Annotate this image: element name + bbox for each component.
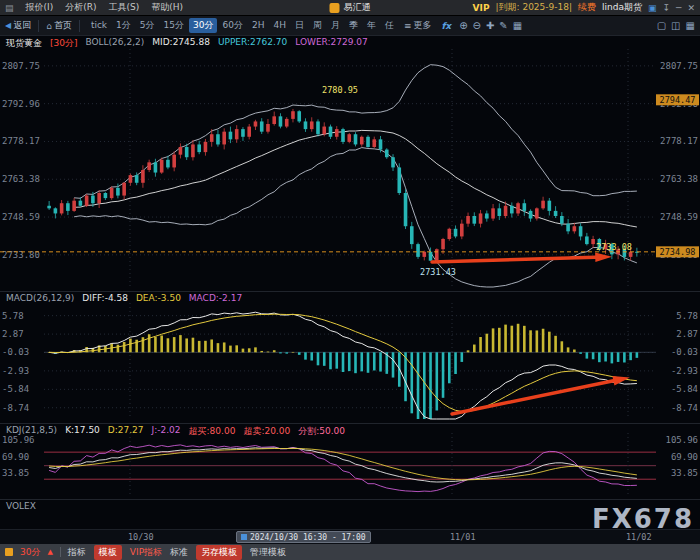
window-controls: ▣↧─✕ xyxy=(648,3,695,13)
svg-text:2748.59: 2748.59 xyxy=(2,212,40,222)
time-range-tooltip: 2024/10/30 16:30 - 17:00 xyxy=(236,531,371,543)
app-title-area: 易汇通 xyxy=(330,1,371,14)
time-label-10/30: 10/30 xyxy=(128,532,154,542)
account-name: linda期货 xyxy=(602,1,642,14)
timeframe-周[interactable]: 周 xyxy=(309,18,326,33)
timeframe-季[interactable]: 季 xyxy=(345,18,362,33)
candlesticks xyxy=(47,109,638,261)
svg-text:-2.93: -2.93 xyxy=(2,366,29,376)
macd-canvas[interactable]: 5.785.782.872.87-0.03-0.03-2.93-2.93-5.8… xyxy=(0,291,700,423)
indicator-grid-icon[interactable]: ▦ xyxy=(513,20,522,31)
grid-chart-layout-icon[interactable]: ▦ xyxy=(686,20,695,31)
back-arrow-icon: ◀ xyxy=(5,21,11,30)
svg-text:2792.96: 2792.96 xyxy=(2,99,40,109)
svg-text:69.90: 69.90 xyxy=(671,452,698,462)
chart-toolbar: ◀返回 ⌂首页 tick1分5分15分30分60分2H4H日周月季年任 ≡更多 … xyxy=(0,15,700,35)
draw-tools-icon[interactable]: ✎ xyxy=(499,20,507,31)
menu-lines-icon: ≡ xyxy=(404,21,412,31)
price-annotation: 2780.95 xyxy=(322,85,358,95)
svg-text:33.85: 33.85 xyxy=(2,468,29,478)
timeframe-4H[interactable]: 4H xyxy=(269,18,290,33)
kdj-canvas[interactable]: 105.96105.9669.9069.9033.8533.85 xyxy=(0,423,700,499)
svg-text:5.78: 5.78 xyxy=(2,311,24,321)
svg-text:-5.84: -5.84 xyxy=(2,384,29,394)
time-label-11/01: 11/01 xyxy=(450,532,476,542)
main-price-pane: 现货黄金 [30分] BOLL(26,2,2) MID:2745.88 UPPE… xyxy=(0,35,700,291)
statusbar-separator xyxy=(60,547,61,557)
svg-text:2778.17: 2778.17 xyxy=(660,136,698,146)
home-label: 首页 xyxy=(54,19,72,32)
fx-indicator-icon[interactable]: fx xyxy=(441,21,451,31)
timeframe-60分[interactable]: 60分 xyxy=(218,18,246,33)
vip-expiry-label: |到期: 2025-9-18| xyxy=(495,1,572,14)
svg-text:2763.38: 2763.38 xyxy=(2,174,40,184)
svg-text:2.87: 2.87 xyxy=(2,329,24,339)
status-bar: 30分 ▲ 指标模板VIP指标标准另存模板管理模板 xyxy=(0,544,700,560)
timeframe-月[interactable]: 月 xyxy=(327,18,344,33)
more-timeframes-button[interactable]: ≡更多 xyxy=(404,19,432,32)
svg-text:-5.84: -5.84 xyxy=(671,384,698,394)
statusbar-item-5[interactable]: 另存模板 xyxy=(196,545,242,560)
timeframe-1分[interactable]: 1分 xyxy=(112,18,135,33)
home-button[interactable]: ⌂首页 xyxy=(46,19,72,32)
svg-text:2748.59: 2748.59 xyxy=(660,212,698,222)
statusbar-item-1[interactable]: 指标 xyxy=(68,546,86,559)
close-icon[interactable]: ✕ xyxy=(687,3,695,13)
split-chart-layout-icon[interactable]: ◫ xyxy=(671,20,680,31)
market-panel-icon[interactable]: ▣ xyxy=(648,3,657,13)
macd-pane: MACD(26,12,9) DIFF:-4.58 DEA:-3.50 MACD:… xyxy=(0,291,700,423)
template-color-icon xyxy=(5,548,13,556)
zoom-out-icon[interactable]: ⊖ xyxy=(473,20,481,31)
timeframe-tick[interactable]: tick xyxy=(87,18,111,33)
timeframe-30分[interactable]: 30分 xyxy=(189,18,217,33)
statusbar-item-6[interactable]: 管理模板 xyxy=(250,546,286,559)
zoom-in-icon[interactable]: ⊕ xyxy=(459,20,467,31)
statusbar-item-2[interactable]: 模板 xyxy=(94,545,122,560)
menu-item-2[interactable]: 分析(R) xyxy=(65,1,96,14)
svg-text:-2.93: -2.93 xyxy=(671,366,698,376)
toolbar-separator xyxy=(79,20,80,32)
timeframe-任[interactable]: 任 xyxy=(381,18,398,33)
toolbar-separator xyxy=(38,20,39,32)
svg-text:5.78: 5.78 xyxy=(676,311,698,321)
menu-right-area: VIP |到期: 2025-9-18| 续费 linda期货 ▣↧─✕ xyxy=(473,1,695,14)
svg-text:-0.03: -0.03 xyxy=(2,347,29,357)
svg-text:2763.38: 2763.38 xyxy=(660,174,698,184)
statusbar-items: 指标模板VIP指标标准另存模板管理模板 xyxy=(68,545,286,560)
app-title: 易汇通 xyxy=(344,1,371,14)
svg-text:2807.75: 2807.75 xyxy=(660,61,698,71)
timeframe-日[interactable]: 日 xyxy=(291,18,308,33)
back-label: 返回 xyxy=(13,19,31,32)
renew-button[interactable]: 续费 xyxy=(578,1,596,14)
watermark: FX678 xyxy=(592,504,694,534)
single-chart-layout-icon[interactable]: ▢ xyxy=(657,20,666,31)
menu-item-1[interactable]: 报价(I) xyxy=(26,1,54,14)
svg-text:2.87: 2.87 xyxy=(676,329,698,339)
timeframe-5分[interactable]: 5分 xyxy=(136,18,159,33)
statusbar-item-3[interactable]: VIP指标 xyxy=(130,546,162,559)
crosshair-icon[interactable]: ✚ xyxy=(486,20,494,31)
app-logo-icon xyxy=(330,3,340,13)
back-button[interactable]: ◀返回 xyxy=(5,19,31,32)
macd-histogram xyxy=(48,324,638,419)
price-annotation: 2731.43 xyxy=(420,267,456,277)
statusbar-item-4[interactable]: 标准 xyxy=(170,546,188,559)
app-menu-icon[interactable]: ▤ xyxy=(5,3,14,13)
trading-terminal-window: ▤ 报价(I)分析(R)工具(S)帮助(H) 易汇通 VIP |到期: 2025… xyxy=(0,0,700,560)
timeframe-buttons: tick1分5分15分30分60分2H4H日周月季年任 xyxy=(87,18,398,33)
home-icon: ⌂ xyxy=(46,21,52,31)
menu-item-3[interactable]: 工具(S) xyxy=(108,1,139,14)
menu-item-4[interactable]: 帮助(H) xyxy=(151,1,183,14)
menu-items: ▤ 报价(I)分析(R)工具(S)帮助(H) xyxy=(5,1,183,14)
vip-badge: VIP xyxy=(473,3,490,13)
svg-text:33.85: 33.85 xyxy=(671,468,698,478)
minimize-icon[interactable]: ─ xyxy=(676,3,681,13)
timeframe-年[interactable]: 年 xyxy=(363,18,380,33)
timeframe-2H[interactable]: 2H xyxy=(248,18,269,33)
timeframe-15分[interactable]: 15分 xyxy=(160,18,188,33)
tooltip-text: 2024/10/30 16:30 - 17:00 xyxy=(250,533,366,542)
statusbar-period[interactable]: 30分 xyxy=(20,546,40,559)
main-chart-canvas[interactable]: 2807.752807.752792.962792.962778.172778.… xyxy=(0,35,700,291)
pin-icon[interactable]: ↧ xyxy=(662,3,670,13)
svg-text:2734.98: 2734.98 xyxy=(660,247,696,257)
